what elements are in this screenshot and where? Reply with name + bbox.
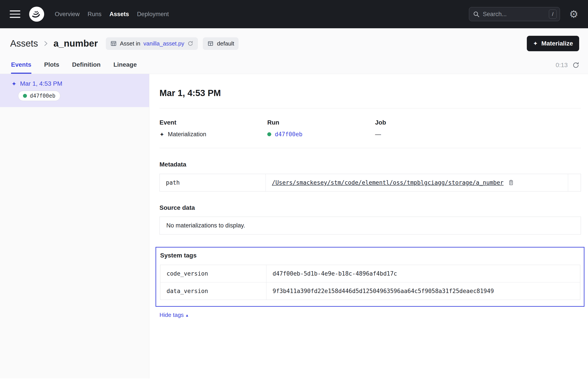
- asset-definition-badge: Asset in vanilla_asset.py: [106, 37, 198, 50]
- metadata-path-link[interactable]: /Users/smackesey/stm/code/elementl/oss/t…: [272, 179, 504, 186]
- materialize-button[interactable]: ✦ Materialize: [527, 36, 579, 51]
- run-status-dot: [267, 132, 271, 136]
- tab-bar: Events Plots Definition Lineage 0:13: [0, 53, 588, 74]
- run-pill[interactable]: d47f00eb: [18, 91, 60, 101]
- table-row: path /Users/smackesey/stm/code/elementl/…: [160, 174, 581, 191]
- event-type-value: Materialization: [168, 131, 206, 138]
- event-detail-panel: Mar 1, 4:53 PM Event ✦ Materialization R…: [149, 74, 588, 379]
- menu-icon[interactable]: [10, 10, 20, 18]
- status-dot: [23, 94, 27, 98]
- materialize-button-label: Materialize: [541, 40, 573, 47]
- asset-table-icon: [110, 40, 117, 47]
- summary-run-col: Run d47f00eb: [267, 119, 375, 138]
- settings-icon[interactable]: ⚙︎: [569, 9, 578, 19]
- search-input[interactable]: [483, 11, 549, 18]
- refresh-icon[interactable]: [572, 61, 580, 69]
- breadcrumb-chevron-icon: [42, 40, 49, 47]
- nav-item-overview[interactable]: Overview: [55, 11, 80, 18]
- nav-item-runs[interactable]: Runs: [88, 11, 102, 18]
- job-value: —: [375, 131, 381, 138]
- tag-key: data_version: [160, 283, 266, 300]
- system-tags-highlight: System tags code_version d47f00eb-5d1b-4…: [155, 247, 585, 307]
- materialize-icon: ✦: [533, 41, 538, 46]
- hide-tags-label: Hide tags: [160, 312, 184, 318]
- run-label: Run: [267, 119, 375, 126]
- group-icon: [207, 40, 214, 47]
- run-id-link[interactable]: d47f00eb: [275, 131, 302, 138]
- metadata-key: path: [160, 174, 266, 191]
- tag-value: 9f3b411a390fd22e158d446d5d12504963596aa6…: [266, 283, 580, 300]
- event-detail-title: Mar 1, 4:53 PM: [160, 88, 581, 98]
- search-icon: [473, 11, 480, 18]
- dagster-logo[interactable]: [29, 7, 44, 22]
- hide-tags-link[interactable]: Hide tags ▴: [160, 312, 188, 318]
- event-icon: ✦: [11, 81, 17, 87]
- system-tags-table: code_version d47f00eb-5d1b-4e9e-b18c-489…: [160, 265, 580, 300]
- summary-event-col: Event ✦ Materialization: [160, 119, 267, 138]
- asset-file-link[interactable]: vanilla_asset.py: [143, 40, 184, 47]
- system-tags-heading: System tags: [160, 252, 580, 259]
- tag-key: code_version: [160, 265, 266, 282]
- job-label: Job: [375, 119, 581, 126]
- asset-in-label: Asset in: [120, 40, 141, 47]
- page-title: a_number: [53, 38, 98, 49]
- metadata-heading: Metadata: [160, 161, 581, 168]
- tab-definition[interactable]: Definition: [72, 61, 101, 74]
- event-time-label: Mar 1, 4:53 PM: [20, 80, 62, 87]
- metadata-table: path /Users/smackesey/stm/code/elementl/…: [160, 174, 581, 191]
- main-nav: Overview Runs Assets Deployment: [55, 11, 169, 18]
- reload-icon[interactable]: [187, 41, 193, 47]
- table-row: code_version d47f00eb-5d1b-4e9e-b18c-489…: [160, 265, 580, 282]
- summary-job-col: Job —: [375, 119, 581, 138]
- search-box[interactable]: /: [469, 7, 560, 21]
- event-list-item[interactable]: ✦ Mar 1, 4:53 PM d47f00eb: [0, 74, 149, 107]
- nav-item-assets[interactable]: Assets: [109, 11, 129, 18]
- source-data-empty-message: No materializations to display.: [166, 222, 245, 229]
- page-header: Assets a_number Asset in vanilla_asset.p…: [0, 28, 588, 74]
- run-pill-id: d47f00eb: [30, 93, 55, 99]
- metadata-row-end-cell: [568, 174, 581, 191]
- events-sidebar: ✦ Mar 1, 4:53 PM d47f00eb: [0, 74, 149, 379]
- nav-item-deployment[interactable]: Deployment: [137, 11, 169, 18]
- tab-plots[interactable]: Plots: [44, 61, 59, 74]
- search-shortcut-badge: /: [549, 9, 557, 19]
- event-label: Event: [160, 119, 267, 126]
- tab-lineage[interactable]: Lineage: [113, 61, 137, 74]
- tag-value: d47f00eb-5d1b-4e9e-b18c-4896af4bd17c: [266, 265, 580, 282]
- top-navbar: Overview Runs Assets Deployment / ⚙︎: [0, 0, 588, 28]
- copy-icon[interactable]: [508, 179, 514, 186]
- group-badge-label: default: [217, 40, 234, 47]
- group-badge[interactable]: default: [203, 37, 239, 50]
- source-data-empty-box: No materializations to display.: [160, 217, 581, 235]
- caret-up-icon: ▴: [186, 313, 188, 317]
- table-row: data_version 9f3b411a390fd22e158d446d5d1…: [160, 282, 580, 300]
- breadcrumb-assets-link[interactable]: Assets: [10, 38, 38, 49]
- source-data-heading: Source data: [160, 204, 581, 211]
- event-summary: Event ✦ Materialization Run d47f00eb Job…: [160, 119, 581, 138]
- refresh-timer: 0:13: [556, 61, 568, 69]
- materialization-icon: ✦: [160, 132, 164, 137]
- breadcrumb: Assets a_number: [10, 38, 98, 49]
- tab-events[interactable]: Events: [11, 61, 31, 74]
